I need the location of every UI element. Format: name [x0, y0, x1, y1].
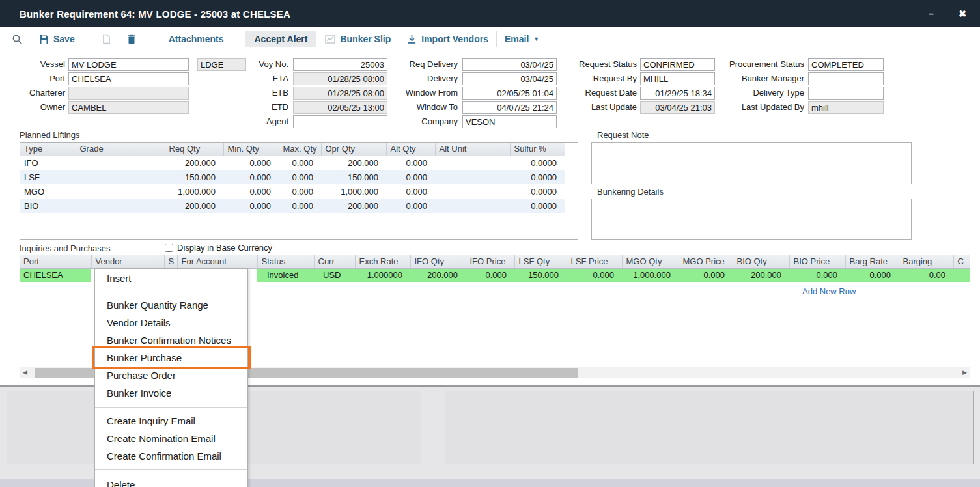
delete-icon[interactable] — [127, 34, 136, 44]
cell[interactable]: 0.000 — [279, 170, 321, 184]
menu-item-create-inquiry-email[interactable]: Create Inquiry Email — [95, 412, 247, 430]
menu-item-vendor-details[interactable]: Vendor Details — [95, 314, 247, 331]
cell[interactable]: 1,000.000 — [622, 268, 679, 282]
vessel-field[interactable] — [68, 58, 189, 71]
bunker-slip-button[interactable]: Bunker Slip — [325, 34, 391, 44]
cell[interactable]: 0.000 — [567, 268, 622, 282]
add-new-row-link[interactable]: Add New Row — [802, 286, 856, 296]
procurement-status-field[interactable] — [808, 58, 884, 71]
cell[interactable] — [76, 170, 165, 184]
cell[interactable]: 200.000 — [165, 199, 223, 213]
cell[interactable] — [76, 199, 165, 213]
cell[interactable]: CHELSEA — [20, 268, 91, 282]
request-by-field[interactable] — [640, 72, 715, 85]
cell[interactable]: 0.00 — [899, 268, 953, 282]
menu-item-purchase-order[interactable]: Purchase Order — [95, 367, 247, 384]
cell[interactable] — [76, 156, 165, 170]
cell[interactable] — [435, 170, 510, 184]
cell[interactable]: 0.0000 — [510, 170, 565, 184]
minimize-button[interactable]: – — [924, 8, 938, 19]
menu-item-create-confirmation-email[interactable]: Create Confirmation Email — [95, 447, 247, 465]
cell[interactable]: 0.000 — [279, 199, 321, 213]
cell[interactable]: 1,000.000 — [165, 184, 223, 199]
port-field[interactable] — [68, 72, 189, 85]
req-delivery-field[interactable] — [462, 58, 557, 71]
menu-item-insert[interactable]: Insert — [95, 269, 247, 288]
voy-no-field[interactable] — [293, 58, 387, 71]
agent-field[interactable] — [293, 115, 387, 128]
search-icon[interactable] — [12, 34, 23, 45]
menu-item-delete[interactable]: Delete — [95, 476, 247, 487]
cell[interactable]: 0.000 — [386, 156, 435, 170]
request-date-field[interactable] — [640, 87, 715, 100]
cell[interactable]: 0.000 — [466, 268, 514, 282]
cell[interactable]: IFO — [20, 156, 76, 170]
cell[interactable]: 0.000 — [223, 156, 279, 170]
cell[interactable] — [953, 268, 970, 282]
cell[interactable]: USD — [314, 268, 355, 282]
cell[interactable] — [435, 156, 510, 170]
accept-alert-button[interactable]: Accept Alert — [245, 31, 317, 47]
cell[interactable]: 200.000 — [165, 156, 223, 170]
cell[interactable]: 200.000 — [321, 156, 386, 170]
menu-item-bunker-quantity-range[interactable]: Bunker Quantity Range — [95, 296, 247, 314]
window-to-field[interactable] — [462, 101, 557, 114]
cell[interactable]: 200.000 — [733, 268, 789, 282]
display-base-currency-checkbox[interactable] — [165, 244, 173, 252]
attachments-button[interactable]: Attachments — [169, 34, 224, 44]
cell[interactable]: 0.0000 — [510, 156, 565, 170]
cell[interactable]: 150.000 — [165, 170, 223, 184]
cell[interactable]: 0.0000 — [510, 199, 565, 213]
cell[interactable]: 0.000 — [223, 170, 279, 184]
menu-item-bunker-invoice[interactable]: Bunker Invoice — [95, 384, 247, 402]
table-row[interactable]: LSF150.0000.0000.000150.0000.0000.0000 — [20, 170, 565, 184]
cell[interactable]: 0.000 — [279, 184, 321, 199]
request-note-input[interactable] — [592, 143, 911, 184]
table-row[interactable]: BIO200.0000.0000.000200.0000.0000.0000 — [20, 199, 565, 213]
delivery-type-field[interactable] — [808, 87, 884, 100]
menu-item-bunker-confirmation-notices[interactable]: Bunker Confirmation Notices — [95, 331, 247, 349]
new-page-icon[interactable] — [102, 34, 111, 44]
cell[interactable]: 0.000 — [223, 199, 279, 213]
cell[interactable] — [435, 199, 510, 213]
cell[interactable]: 1.000000 — [355, 268, 410, 282]
scroll-right-arrow-icon[interactable]: ▶ — [959, 367, 970, 378]
request-status-field[interactable] — [640, 58, 715, 71]
window-from-field[interactable] — [462, 87, 557, 100]
cell[interactable]: MGO — [20, 184, 76, 199]
cell[interactable]: 0.000 — [679, 268, 733, 282]
cell[interactable] — [435, 184, 510, 199]
agent-label: Agent — [241, 115, 288, 128]
scroll-left-arrow-icon[interactable]: ◀ — [20, 367, 31, 378]
email-dropdown-button[interactable]: Email ▼ — [505, 34, 539, 44]
cell[interactable]: 0.000 — [789, 268, 845, 282]
menu-item-bunker-purchase[interactable]: Bunker Purchase — [95, 349, 247, 367]
cell[interactable] — [76, 184, 165, 199]
bunkering-details-input[interactable] — [592, 199, 911, 239]
table-row[interactable]: MGO1,000.0000.0000.0001,000.0000.0000.00… — [20, 184, 565, 199]
cell[interactable]: 0.000 — [386, 184, 435, 199]
menu-item-create-nomination-email[interactable]: Create Nomination Email — [95, 430, 247, 447]
table-row[interactable]: IFO200.0000.0000.000200.0000.0000.0000 — [20, 156, 565, 170]
cell[interactable]: 0.000 — [845, 268, 899, 282]
cell[interactable]: 1,000.000 — [321, 184, 386, 199]
delivery-field[interactable] — [462, 72, 557, 85]
cell[interactable]: 200.000 — [410, 268, 466, 282]
cell[interactable]: 150.000 — [514, 268, 567, 282]
cell[interactable]: 0.0000 — [510, 184, 565, 199]
save-button[interactable]: Save — [39, 34, 75, 44]
cell[interactable]: 150.000 — [321, 170, 386, 184]
cell[interactable]: 0.000 — [279, 156, 321, 170]
menu-separator — [95, 407, 247, 408]
cell[interactable]: BIO — [20, 199, 76, 213]
cell[interactable]: 200.000 — [321, 199, 386, 213]
cell[interactable]: LSF — [20, 170, 76, 184]
cell[interactable]: 0.000 — [386, 199, 435, 213]
company-field[interactable] — [462, 115, 557, 128]
bunker-manager-field[interactable] — [808, 72, 884, 85]
import-vendors-button[interactable]: Import Vendors — [407, 34, 488, 44]
close-button[interactable]: ✖ — [955, 8, 970, 19]
cell[interactable]: 0.000 — [223, 184, 279, 199]
cell[interactable]: Invoiced — [257, 268, 314, 282]
cell[interactable]: 0.000 — [386, 170, 435, 184]
